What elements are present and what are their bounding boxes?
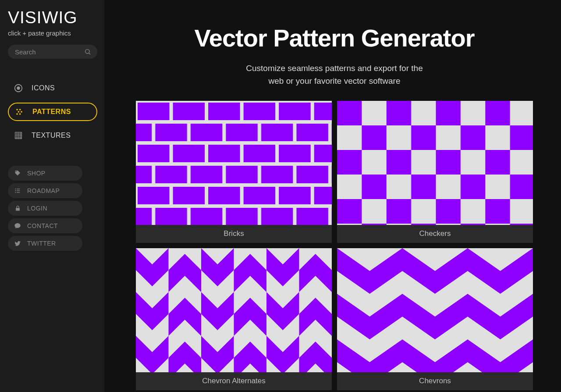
sidebar-pill-label: TWITTER bbox=[27, 240, 56, 247]
sidebar-pill-label: SHOP bbox=[27, 170, 46, 177]
logo[interactable]: VISIWIG bbox=[8, 9, 97, 26]
svg-point-0 bbox=[85, 50, 89, 53]
pattern-preview-chevrons bbox=[337, 248, 533, 372]
pattern-card-label: Bricks bbox=[136, 225, 332, 243]
sidebar-pill-login[interactable]: LOGIN bbox=[8, 201, 82, 216]
pattern-preview-chevron-alternates bbox=[136, 248, 332, 372]
pattern-card-label: Checkers bbox=[337, 225, 533, 243]
svg-rect-45 bbox=[337, 248, 533, 372]
nav-secondary: SHOP ROADMAP bbox=[8, 166, 97, 251]
sidebar-item-patterns[interactable]: PATTERNS bbox=[8, 103, 97, 121]
tagline: click + paste graphics bbox=[8, 29, 97, 37]
sidebar-item-label: TEXTURES bbox=[32, 132, 71, 139]
svg-point-9 bbox=[19, 113, 21, 115]
subtitle-line: Customize seamless patterns and export f… bbox=[246, 64, 423, 73]
sidebar-item-icons[interactable]: ICONS bbox=[8, 79, 97, 97]
sidebar-item-label: ICONS bbox=[32, 84, 55, 92]
svg-rect-30 bbox=[136, 101, 332, 225]
target-icon bbox=[13, 83, 24, 93]
pattern-grid: Bricks Che bbox=[136, 101, 533, 390]
sidebar-pill-shop[interactable]: SHOP bbox=[8, 166, 82, 181]
twitter-icon bbox=[14, 240, 21, 247]
sidebar-pill-label: CONTACT bbox=[27, 222, 58, 229]
pattern-card-label: Chevrons bbox=[337, 372, 533, 390]
pattern-card-bricks[interactable]: Bricks bbox=[136, 101, 332, 243]
svg-point-5 bbox=[19, 109, 21, 110]
svg-point-3 bbox=[17, 87, 20, 89]
svg-point-21 bbox=[15, 192, 16, 193]
page-subtitle: Customize seamless patterns and export f… bbox=[136, 62, 533, 88]
svg-point-8 bbox=[16, 113, 18, 115]
sidebar: VISIWIG click + paste graphics ICONS bbox=[0, 0, 104, 392]
svg-rect-34 bbox=[337, 101, 533, 225]
sidebar-pill-contact[interactable]: CONTACT bbox=[8, 218, 82, 233]
page-title: Vector Pattern Generator bbox=[136, 24, 533, 52]
sidebar-pill-twitter[interactable]: TWITTER bbox=[8, 236, 82, 251]
svg-rect-23 bbox=[16, 208, 20, 210]
tag-icon bbox=[14, 170, 21, 177]
svg-point-7 bbox=[21, 111, 22, 113]
svg-point-6 bbox=[18, 111, 20, 113]
list-icon bbox=[14, 187, 21, 194]
svg-rect-42 bbox=[136, 248, 332, 372]
pattern-preview-checkers bbox=[337, 101, 533, 225]
pattern-preview-bricks bbox=[136, 101, 332, 225]
svg-rect-22 bbox=[17, 192, 20, 192]
svg-line-1 bbox=[89, 53, 90, 54]
search-icon bbox=[84, 48, 91, 55]
svg-point-4 bbox=[16, 109, 18, 110]
sidebar-pill-roadmap[interactable]: ROADMAP bbox=[8, 183, 82, 198]
search-wrap bbox=[8, 45, 97, 59]
sidebar-item-label: PATTERNS bbox=[32, 108, 71, 116]
sidebar-item-textures[interactable]: TEXTURES bbox=[8, 126, 97, 145]
svg-point-17 bbox=[15, 189, 16, 189]
chat-icon bbox=[14, 222, 21, 229]
nav-primary: ICONS PATTERNS bbox=[8, 79, 97, 145]
subtitle-line: web or your favorite vector software bbox=[269, 76, 401, 86]
svg-point-19 bbox=[15, 190, 16, 191]
dots-icon bbox=[14, 107, 25, 117]
svg-rect-18 bbox=[17, 189, 20, 189]
sidebar-pill-label: LOGIN bbox=[27, 205, 47, 212]
main: Vector Pattern Generator Customize seaml… bbox=[104, 0, 561, 392]
lock-icon bbox=[14, 205, 21, 212]
svg-rect-20 bbox=[17, 190, 20, 191]
pattern-card-chevrons[interactable]: Chevrons bbox=[337, 248, 533, 390]
grid-icon bbox=[13, 130, 24, 141]
pattern-card-chevron-alternates[interactable]: Chevron Alternates bbox=[136, 248, 332, 390]
pattern-card-label: Chevron Alternates bbox=[136, 372, 332, 390]
sidebar-pill-label: ROADMAP bbox=[27, 187, 60, 194]
pattern-card-checkers[interactable]: Checkers bbox=[337, 101, 533, 243]
